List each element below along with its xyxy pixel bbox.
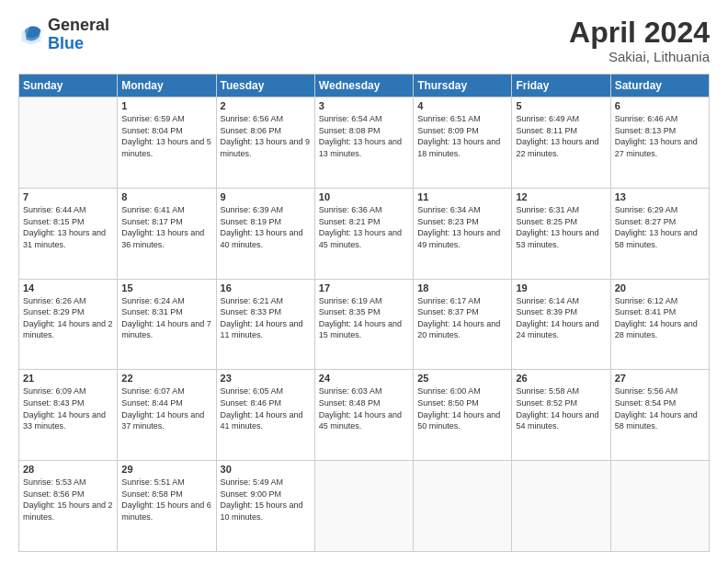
day-info: Sunrise: 6:59 AMSunset: 8:04 PMDaylight:… xyxy=(121,113,211,159)
header-saturday: Saturday xyxy=(610,75,709,98)
calendar-week-row: 21Sunrise: 6:09 AMSunset: 8:43 PMDayligh… xyxy=(19,370,710,461)
day-number: 29 xyxy=(121,464,211,475)
table-row: 10Sunrise: 6:36 AMSunset: 8:21 PMDayligh… xyxy=(314,188,413,279)
table-row: 8Sunrise: 6:41 AMSunset: 8:17 PMDaylight… xyxy=(118,188,216,279)
header-monday: Monday xyxy=(118,75,216,98)
logo: General Blue xyxy=(18,17,109,53)
table-row: 1Sunrise: 6:59 AMSunset: 8:04 PMDaylight… xyxy=(118,98,216,189)
table-row: 28Sunrise: 5:53 AMSunset: 8:56 PMDayligh… xyxy=(19,461,118,552)
day-number: 3 xyxy=(319,100,409,111)
month-year: April 2024 xyxy=(569,17,710,49)
table-row: 20Sunrise: 6:12 AMSunset: 8:41 PMDayligh… xyxy=(610,279,709,370)
day-info: Sunrise: 6:54 AMSunset: 8:08 PMDaylight:… xyxy=(319,113,409,159)
title-block: April 2024 Sakiai, Lithuania xyxy=(569,17,710,64)
weekday-header-row: Sunday Monday Tuesday Wednesday Thursday… xyxy=(19,75,710,98)
day-number: 17 xyxy=(319,282,409,293)
location: Sakiai, Lithuania xyxy=(569,49,710,64)
table-row: 9Sunrise: 6:39 AMSunset: 8:19 PMDaylight… xyxy=(216,188,314,279)
day-number: 15 xyxy=(121,282,211,293)
day-number: 19 xyxy=(516,282,606,293)
day-info: Sunrise: 6:09 AMSunset: 8:43 PMDaylight:… xyxy=(23,385,113,431)
day-number: 20 xyxy=(615,282,705,293)
table-row xyxy=(512,461,610,552)
day-number: 11 xyxy=(417,191,507,202)
table-row xyxy=(19,98,118,189)
day-number: 1 xyxy=(121,100,211,111)
day-info: Sunrise: 6:19 AMSunset: 8:35 PMDaylight:… xyxy=(319,295,409,341)
calendar-week-row: 28Sunrise: 5:53 AMSunset: 8:56 PMDayligh… xyxy=(19,461,710,552)
day-number: 28 xyxy=(23,464,113,475)
day-number: 18 xyxy=(417,282,507,293)
table-row: 7Sunrise: 6:44 AMSunset: 8:15 PMDaylight… xyxy=(19,188,118,279)
table-row: 24Sunrise: 6:03 AMSunset: 8:48 PMDayligh… xyxy=(314,370,413,461)
day-number: 6 xyxy=(615,100,705,111)
calendar-week-row: 1Sunrise: 6:59 AMSunset: 8:04 PMDaylight… xyxy=(19,98,710,189)
table-row xyxy=(314,461,413,552)
day-info: Sunrise: 6:41 AMSunset: 8:17 PMDaylight:… xyxy=(121,204,211,250)
header-tuesday: Tuesday xyxy=(216,75,314,98)
day-number: 10 xyxy=(319,191,409,202)
calendar-week-row: 14Sunrise: 6:26 AMSunset: 8:29 PMDayligh… xyxy=(19,279,710,370)
day-info: Sunrise: 6:14 AMSunset: 8:39 PMDaylight:… xyxy=(516,295,606,341)
day-info: Sunrise: 6:12 AMSunset: 8:41 PMDaylight:… xyxy=(615,295,705,341)
day-info: Sunrise: 6:46 AMSunset: 8:13 PMDaylight:… xyxy=(615,113,705,159)
table-row: 11Sunrise: 6:34 AMSunset: 8:23 PMDayligh… xyxy=(414,188,512,279)
table-row: 23Sunrise: 6:05 AMSunset: 8:46 PMDayligh… xyxy=(216,370,314,461)
table-row: 19Sunrise: 6:14 AMSunset: 8:39 PMDayligh… xyxy=(512,279,610,370)
day-info: Sunrise: 6:36 AMSunset: 8:21 PMDaylight:… xyxy=(319,204,409,250)
calendar-table: Sunday Monday Tuesday Wednesday Thursday… xyxy=(18,74,710,552)
table-row: 18Sunrise: 6:17 AMSunset: 8:37 PMDayligh… xyxy=(414,279,512,370)
day-number: 9 xyxy=(221,191,311,202)
table-row: 27Sunrise: 5:56 AMSunset: 8:54 PMDayligh… xyxy=(610,370,709,461)
header-wednesday: Wednesday xyxy=(314,75,413,98)
calendar-week-row: 7Sunrise: 6:44 AMSunset: 8:15 PMDaylight… xyxy=(19,188,710,279)
header-thursday: Thursday xyxy=(414,75,512,98)
header-friday: Friday xyxy=(512,75,610,98)
day-info: Sunrise: 5:49 AMSunset: 9:00 PMDaylight:… xyxy=(221,477,311,523)
table-row: 22Sunrise: 6:07 AMSunset: 8:44 PMDayligh… xyxy=(118,370,216,461)
day-number: 22 xyxy=(121,373,211,384)
day-number: 14 xyxy=(23,282,113,293)
header: General Blue April 2024 Sakiai, Lithuani… xyxy=(18,17,710,64)
day-number: 13 xyxy=(615,191,705,202)
table-row: 30Sunrise: 5:49 AMSunset: 9:00 PMDayligh… xyxy=(216,461,314,552)
table-row: 26Sunrise: 5:58 AMSunset: 8:52 PMDayligh… xyxy=(512,370,610,461)
table-row: 3Sunrise: 6:54 AMSunset: 8:08 PMDaylight… xyxy=(314,98,413,189)
table-row: 4Sunrise: 6:51 AMSunset: 8:09 PMDaylight… xyxy=(414,98,512,189)
day-info: Sunrise: 6:07 AMSunset: 8:44 PMDaylight:… xyxy=(121,385,211,431)
table-row: 21Sunrise: 6:09 AMSunset: 8:43 PMDayligh… xyxy=(19,370,118,461)
table-row: 6Sunrise: 6:46 AMSunset: 8:13 PMDaylight… xyxy=(610,98,709,189)
table-row: 25Sunrise: 6:00 AMSunset: 8:50 PMDayligh… xyxy=(414,370,512,461)
day-number: 30 xyxy=(221,464,311,475)
day-info: Sunrise: 6:34 AMSunset: 8:23 PMDaylight:… xyxy=(417,204,507,250)
day-info: Sunrise: 6:31 AMSunset: 8:25 PMDaylight:… xyxy=(516,204,606,250)
day-info: Sunrise: 6:00 AMSunset: 8:50 PMDaylight:… xyxy=(417,385,507,431)
day-number: 24 xyxy=(319,373,409,384)
table-row xyxy=(414,461,512,552)
table-row: 13Sunrise: 6:29 AMSunset: 8:27 PMDayligh… xyxy=(610,188,709,279)
day-number: 26 xyxy=(516,373,606,384)
day-info: Sunrise: 6:26 AMSunset: 8:29 PMDaylight:… xyxy=(23,295,113,341)
table-row xyxy=(610,461,709,552)
day-info: Sunrise: 6:51 AMSunset: 8:09 PMDaylight:… xyxy=(417,113,507,159)
table-row: 2Sunrise: 6:56 AMSunset: 8:06 PMDaylight… xyxy=(216,98,314,189)
day-info: Sunrise: 6:56 AMSunset: 8:06 PMDaylight:… xyxy=(221,113,311,159)
day-number: 23 xyxy=(221,373,311,384)
page: General Blue April 2024 Sakiai, Lithuani… xyxy=(0,0,728,563)
day-info: Sunrise: 6:03 AMSunset: 8:48 PMDaylight:… xyxy=(319,385,409,431)
day-info: Sunrise: 6:29 AMSunset: 8:27 PMDaylight:… xyxy=(615,204,705,250)
day-info: Sunrise: 5:51 AMSunset: 8:58 PMDaylight:… xyxy=(121,477,211,523)
table-row: 16Sunrise: 6:21 AMSunset: 8:33 PMDayligh… xyxy=(216,279,314,370)
day-number: 12 xyxy=(516,191,606,202)
day-number: 27 xyxy=(615,373,705,384)
table-row: 12Sunrise: 6:31 AMSunset: 8:25 PMDayligh… xyxy=(512,188,610,279)
day-info: Sunrise: 6:49 AMSunset: 8:11 PMDaylight:… xyxy=(516,113,606,159)
day-number: 5 xyxy=(516,100,606,111)
day-info: Sunrise: 6:21 AMSunset: 8:33 PMDaylight:… xyxy=(221,295,311,341)
day-number: 25 xyxy=(417,373,507,384)
day-number: 21 xyxy=(23,373,113,384)
day-number: 16 xyxy=(221,282,311,293)
table-row: 17Sunrise: 6:19 AMSunset: 8:35 PMDayligh… xyxy=(314,279,413,370)
day-number: 4 xyxy=(417,100,507,111)
day-info: Sunrise: 6:05 AMSunset: 8:46 PMDaylight:… xyxy=(221,385,311,431)
